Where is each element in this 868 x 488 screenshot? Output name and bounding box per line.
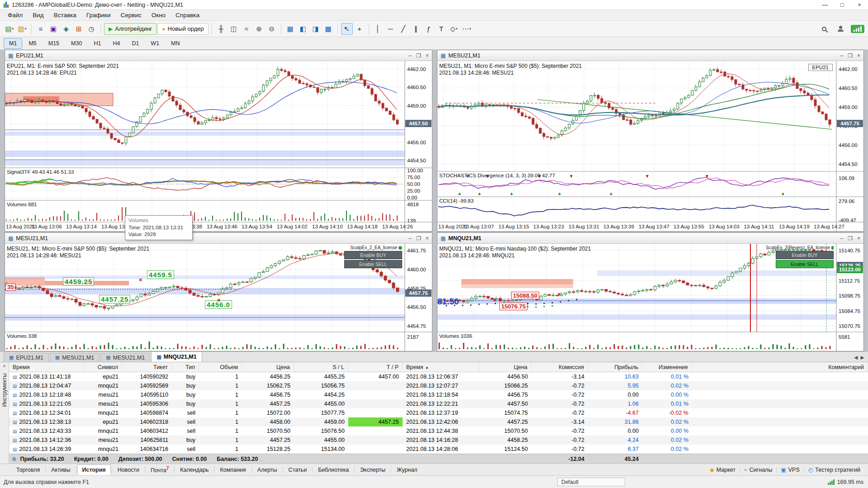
menu-item-6[interactable]: Справка (171, 10, 204, 20)
timeframe-d1-button[interactable]: D1 (126, 38, 144, 49)
shapes-button[interactable]: ◇▾ (448, 23, 460, 35)
timeframe-m15-button[interactable]: M15 (43, 38, 65, 49)
candles-chart-button[interactable]: ◫ (228, 23, 240, 35)
profile-selector[interactable]: Default (557, 478, 625, 486)
strategy-tester-button[interactable]: ◷ (85, 23, 97, 35)
history-column-open_time[interactable]: Время (9, 362, 84, 372)
more-tools-button[interactable]: ⋯▾ (461, 23, 473, 35)
toolbox-button[interactable]: ⊞ (73, 23, 85, 35)
history-column-comment[interactable]: Комментарий (692, 362, 868, 372)
market-button[interactable]: ◆Маркет (706, 467, 740, 473)
algo-trading-button[interactable]: ▶Алготрейдинг (104, 23, 157, 35)
window-maximize-button[interactable]: □ (834, 0, 851, 10)
history-column-commission[interactable]: Комиссия (531, 362, 588, 372)
history-row[interactable]: ▤2021.08.13 12:04:47mnqu21140592569buy11… (9, 381, 868, 390)
history-row[interactable]: ▤2021.08.13 11:41:18epu21140590292buy144… (9, 372, 868, 381)
chart-titlebar[interactable]: ▦MESU21,M1–❒× (437, 50, 863, 61)
ea-enable-buy-button[interactable]: Enable BUY (344, 251, 402, 259)
bottom-tab-1[interactable]: Активы (47, 465, 75, 475)
menu-item-2[interactable]: Вставка (49, 10, 81, 20)
bottom-tab-8[interactable]: Статьи (284, 465, 312, 475)
channel-button[interactable]: ∥ (410, 23, 422, 35)
chart-minimize-button[interactable]: – (840, 235, 844, 242)
chart-close-button[interactable]: × (426, 235, 429, 242)
chart-restore-button[interactable]: ❒ (416, 235, 421, 242)
zoom-out-button[interactable]: ⊖ (266, 23, 278, 35)
chart-restore-button[interactable]: ❒ (848, 235, 853, 242)
chart-tab-3[interactable]: ▦MNQU21,M1 (151, 351, 202, 362)
vertical-line-button[interactable]: │ (372, 23, 384, 35)
chart-window-mesu21-m1[interactable]: ▦MESU21,M1–❒×4462.004460.504459.004457.7… (437, 50, 864, 232)
window-close-button[interactable]: × (851, 0, 868, 10)
history-column-close_time[interactable]: Время▲ (403, 362, 479, 372)
expand-icon[interactable]: ⊕ (12, 455, 16, 462)
history-column-ticket[interactable]: Тикет (122, 362, 172, 372)
history-column-change[interactable]: Изменение (642, 362, 692, 372)
data-window-button[interactable]: ▣ (47, 23, 59, 35)
bottom-tab-3[interactable]: Новости (113, 465, 144, 475)
new-chart-button[interactable]: ▤▾ (4, 23, 15, 35)
history-row[interactable]: ▤2021.08.13 12:18:48mesu21140595110buy14… (9, 390, 868, 399)
chart-titlebar[interactable]: ▦MNQU21,M1–❒× (437, 233, 863, 244)
history-row[interactable]: ▤2021.08.13 14:26:39mnqu21140634716sell1… (9, 445, 868, 454)
bottom-tab-6[interactable]: Компания (215, 465, 250, 475)
bottom-tab-10[interactable]: Эксперты (356, 465, 390, 475)
timeframe-w1-button[interactable]: W1 (145, 38, 165, 49)
timeframe-m5-button[interactable]: M5 (23, 38, 42, 49)
history-row[interactable]: ▤2021.08.13 12:43:33mnqu21140603412sell1… (9, 426, 868, 436)
new-order-button[interactable]: ●Новый ордер (157, 23, 208, 35)
search-button[interactable] (818, 23, 830, 35)
ea-enable-sell-button[interactable]: Enable SELL (344, 260, 402, 268)
chart-canvas[interactable]: 4462.004460.504459.004457.504456.004454.… (5, 61, 432, 231)
account-button[interactable] (835, 23, 846, 35)
chart-minimize-button[interactable]: – (409, 235, 412, 242)
menu-item-5[interactable]: Окно (147, 10, 171, 20)
bottom-tab-11[interactable]: Журнал (392, 465, 422, 475)
cursor-button[interactable]: ↖ (341, 23, 353, 35)
chart-tab-2[interactable]: ▦MESU21,M1 (100, 353, 150, 362)
history-column-close_price[interactable]: Цена (479, 362, 531, 372)
toolbox-close-icon[interactable]: × (3, 364, 5, 369)
bottom-tab-9[interactable]: Библиотека (313, 465, 353, 475)
tile-horizontal-button[interactable]: ◨ (310, 23, 322, 35)
timeframe-mn-button[interactable]: MN (166, 38, 185, 49)
bottom-tab-5[interactable]: Календарь (175, 465, 213, 475)
chart-minimize-button[interactable]: – (409, 52, 412, 59)
crosshair-button[interactable]: + (354, 23, 365, 35)
menu-item-1[interactable]: Вид (28, 10, 48, 20)
tabs-scroll-left-button[interactable]: ◀ (854, 355, 858, 360)
chart-object-label[interactable]: EPU21 (808, 64, 833, 71)
profiles-button[interactable]: ▥▾ (16, 23, 28, 35)
history-column-symbol[interactable]: Символ (84, 362, 122, 372)
chart-window-mesu21-m1[interactable]: ▦MESU21,M1–❒×4461.754460.004458.254456.5… (5, 232, 432, 351)
signals-button[interactable]: ≈Сигналы (740, 467, 776, 473)
chart-titlebar[interactable]: ▦MESU21,M1–❒× (5, 233, 432, 244)
tabs-scroll-right-button[interactable]: ▶ (861, 355, 864, 360)
line-chart-button[interactable]: ≈ (241, 23, 252, 35)
chart-minimize-button[interactable]: – (840, 52, 844, 59)
chart-close-button[interactable]: × (857, 235, 860, 242)
trendline-button[interactable]: ╱ (398, 23, 409, 35)
bars-chart-button[interactable]: ╫ (215, 23, 227, 35)
zoom-in-button[interactable]: ⊕ (253, 23, 265, 35)
fibonacci-button[interactable]: ƒ (423, 23, 435, 35)
chart-window-mnqu21-m1[interactable]: ▦MNQU21,M1–❒×15140.7515126.2515112.75150… (437, 232, 864, 351)
strategy-tester-button[interactable]: ◴Тестер стратегий (804, 467, 864, 473)
window-minimize-button[interactable]: — (816, 0, 834, 10)
history-column-type[interactable]: Тип (172, 362, 199, 372)
history-row[interactable]: ▤2021.08.13 14:12:36mesu21140625811buy14… (9, 436, 868, 445)
chart-restore-button[interactable]: ❒ (848, 52, 853, 59)
tile-vertical-button[interactable]: ◧ (297, 23, 309, 35)
menu-item-0[interactable]: Файл (3, 10, 28, 20)
vps-button[interactable]: ▣VPS (777, 467, 803, 473)
history-column-volume[interactable]: Объем (199, 362, 242, 372)
chart-tab-1[interactable]: ▦MESU21,M1 (50, 353, 100, 362)
cascade-windows-button[interactable]: ▩ (323, 23, 334, 35)
menu-item-4[interactable]: Сервис (116, 10, 147, 20)
history-column-price[interactable]: Цена (242, 362, 294, 372)
history-column-sl[interactable]: S / L (294, 362, 348, 372)
timeframe-h1-button[interactable]: H1 (88, 38, 106, 49)
chart-tab-0[interactable]: ▦EPU21,M1 (4, 353, 49, 362)
history-row[interactable]: ▤2021.08.13 12:34:01mnqu21140598874sell1… (9, 408, 868, 417)
ea-enable-sell-button[interactable]: Enable SELL (776, 260, 834, 268)
